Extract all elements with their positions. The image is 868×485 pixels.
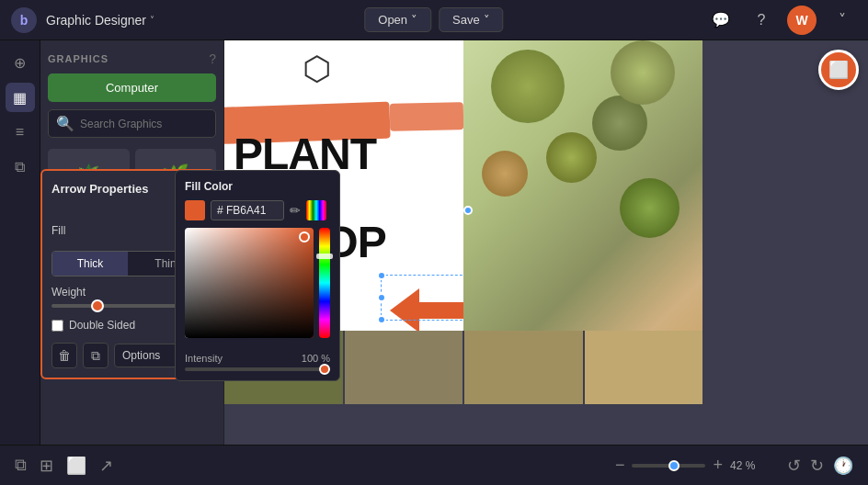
brush-stroke-2	[390, 102, 463, 130]
redo-button[interactable]: ↻	[810, 456, 824, 476]
intensity-label: Intensity	[185, 353, 223, 364]
zoom-value: 42 %	[730, 459, 763, 472]
zoom-controls: − + 42 %	[615, 456, 763, 475]
double-sided-checkbox[interactable]	[51, 320, 63, 332]
topbar: b Graphic Designer ˅ Open ˅ Save ˅ 💬 ? W…	[0, 0, 868, 40]
sel-handle-bl[interactable]	[377, 315, 386, 324]
hex-row: ✏	[185, 200, 330, 220]
panel-header: GRAPHICS ?	[48, 48, 216, 73]
topbar-center: Open ˅ Save ˅	[364, 7, 503, 32]
intensity-value: 100 %	[302, 353, 330, 364]
app-logo: b	[11, 7, 37, 33]
hex-input[interactable]	[211, 200, 284, 220]
options-label: Options	[122, 349, 160, 362]
open-chevron-icon: ˅	[411, 13, 417, 27]
palette-icon[interactable]	[306, 200, 326, 220]
open-button[interactable]: Open ˅	[364, 7, 431, 32]
hue-slider[interactable]	[319, 228, 330, 338]
avatar-button[interactable]: W	[787, 6, 817, 35]
app-name-btn[interactable]: Graphic Designer ˅	[46, 13, 154, 28]
intensity-row: Intensity 100 %	[185, 353, 330, 364]
thick-button[interactable]: Thick	[52, 252, 128, 276]
search-input-row: 🔍	[48, 109, 216, 138]
strip-img-3	[464, 331, 585, 404]
plant-emblem-icon: ⬡	[303, 50, 331, 88]
upload-label: Computer	[106, 81, 158, 95]
intensity-thumb[interactable]	[319, 364, 330, 375]
save-label: Save	[452, 13, 480, 27]
double-sided-label: Double Sided	[69, 319, 135, 332]
icon-sidebar: ⊕ ▦ ≡ ⧉	[0, 40, 40, 445]
save-button[interactable]: Save ˅	[439, 7, 504, 32]
bottom-right-icons: ↺ ↻ 🕐	[787, 456, 853, 476]
zoom-out-button[interactable]: −	[615, 456, 625, 475]
plant-circle-6	[620, 178, 680, 238]
search-icon: 🔍	[56, 115, 74, 132]
strip-img-2	[345, 331, 465, 404]
topbar-right: 💬 ? W ˅	[706, 6, 857, 35]
action-circle-button[interactable]: ⬜	[818, 50, 859, 90]
chat-button[interactable]: 💬	[706, 6, 736, 35]
app-name-label: Graphic Designer	[46, 13, 146, 28]
gradient-picker[interactable]	[185, 228, 314, 338]
sel-dot-canvas	[463, 206, 473, 215]
history-button[interactable]: 🕐	[833, 456, 853, 476]
layers-icon[interactable]: ⧉	[15, 456, 27, 475]
account-chevron-button[interactable]: ˅	[828, 6, 857, 35]
color-swatch-small[interactable]	[185, 200, 205, 220]
sidebar-item-home[interactable]: ⊕	[6, 48, 35, 77]
weight-slider-thumb[interactable]	[91, 299, 104, 312]
fill-color-title: Fill Color	[185, 180, 330, 193]
delete-icon-button[interactable]: 🗑	[51, 343, 77, 368]
zoom-slider[interactable]	[632, 464, 705, 468]
duplicate-icon-button[interactable]: ⧉	[83, 343, 108, 368]
intensity-slider[interactable]	[185, 367, 330, 371]
eyedropper-icon[interactable]: ✏	[290, 203, 301, 218]
plant-circle-3	[611, 40, 675, 105]
open-label: Open	[378, 13, 407, 27]
resize-icon[interactable]: ⬜	[66, 456, 86, 476]
grid-icon[interactable]: ⊞	[40, 456, 53, 476]
panel-title: GRAPHICS	[48, 53, 108, 64]
sidebar-item-text[interactable]: ≡	[6, 118, 35, 147]
plant-circle-1	[491, 50, 565, 123]
arrow-shaft	[419, 302, 463, 319]
hue-indicator	[316, 254, 333, 259]
plant-circle-4	[482, 151, 528, 197]
search-input[interactable]	[80, 118, 208, 130]
upload-button[interactable]: Computer	[48, 73, 216, 102]
sidebar-item-layers[interactable]: ⧉	[6, 152, 35, 182]
chevron-down-icon: ˅	[150, 15, 154, 25]
plant-circle-5	[546, 132, 597, 183]
sel-handle-tl[interactable]	[377, 271, 386, 280]
export-icon[interactable]: ↗	[99, 456, 113, 476]
undo-button[interactable]: ↺	[787, 456, 801, 476]
avatar-letter: W	[795, 13, 807, 28]
help-button[interactable]: ?	[747, 6, 776, 35]
bottombar: ⧉ ⊞ ⬜ ↗ − + 42 % ↺ ↻ 🕐	[0, 445, 868, 485]
fill-color-popup: Fill Color ✏ Intensity 100 %	[175, 170, 340, 381]
main-layout: ⊕ ▦ ≡ ⧉ GRAPHICS ? Computer 🔍 🪴 🌿 ⬡ ◈ Ar…	[0, 40, 868, 445]
weight-label: Weight	[51, 286, 86, 299]
sidebar-item-graphics[interactable]: ▦	[6, 83, 35, 112]
fill-label: Fill	[51, 224, 65, 237]
arrow-head	[390, 288, 419, 333]
save-chevron-icon: ˅	[484, 13, 490, 27]
arrow-shape[interactable]	[390, 288, 463, 333]
sel-handle-ml[interactable]	[377, 293, 386, 302]
zoom-in-button[interactable]: +	[713, 456, 723, 475]
arrow-props-title: Arrow Properties	[51, 182, 148, 196]
strip-img-4	[585, 331, 703, 404]
gradient-cursor[interactable]	[299, 231, 310, 242]
zoom-slider-thumb[interactable]	[668, 460, 680, 471]
panel-help-icon[interactable]: ?	[209, 51, 216, 66]
